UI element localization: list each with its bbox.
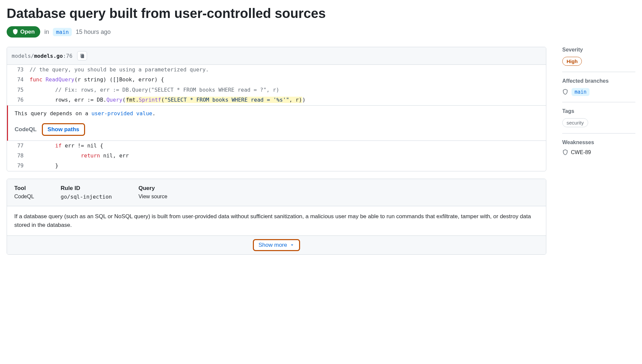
sidebar-heading: Severity — [562, 47, 635, 53]
copy-button[interactable] — [77, 51, 87, 60]
code-token: return — [81, 152, 100, 159]
meta-value: go/sql-injection — [61, 194, 112, 200]
code-token: nil, err — [100, 152, 129, 159]
line-number: 79 — [7, 161, 30, 171]
sidebar-weaknesses: Weaknesses CWE-89 — [562, 134, 635, 161]
branch-row[interactable]: main — [562, 88, 635, 96]
code-token: if — [55, 142, 61, 149]
code-token: func — [30, 76, 43, 83]
code-token: (r string) ([]Book, error) { — [74, 76, 164, 83]
sidebar-tags: Tags security — [562, 102, 635, 134]
code-token — [30, 152, 81, 159]
code-token — [30, 142, 55, 149]
line-number: 74 — [7, 75, 30, 85]
show-more-button[interactable]: Show more — [253, 239, 300, 251]
code-token: "SELECT * FROM books WHERE read = '%s'" — [164, 97, 289, 103]
alert-block: This query depends on a user-provided va… — [7, 105, 546, 141]
sidebar-heading: Affected branches — [562, 78, 635, 84]
meta-heading: Tool — [14, 185, 34, 192]
shield-icon — [562, 149, 568, 155]
line-number: 77 — [7, 141, 30, 151]
sidebar-severity: Severity High — [562, 47, 635, 72]
age-text: 15 hours ago — [76, 29, 111, 36]
code-line: 74 func ReadQuery(r string) ([]Book, err… — [7, 75, 546, 85]
file-path-name: models.go — [34, 53, 63, 59]
meta-row: Open in main 15 hours ago — [7, 26, 635, 38]
sidebar-branches: Affected branches main — [562, 72, 635, 102]
code-lines: 77 if err != nil { 78 return nil, err 79… — [7, 141, 546, 171]
code-line: 76 rows, err := DB.Query(fmt.Sprintf("SE… — [7, 95, 546, 105]
code-panel: models/models.go:76 73 // the query, you… — [7, 47, 546, 171]
codeql-label: CodeQL — [15, 126, 37, 133]
alert-link[interactable]: user-provided value — [91, 110, 152, 117]
line-number: 75 — [7, 85, 30, 95]
meta-value-link[interactable]: View source — [139, 194, 167, 200]
sidebar-heading: Tags — [562, 108, 635, 114]
in-label: in — [44, 29, 49, 36]
code-token: Query — [106, 97, 122, 103]
meta-footer: Show more — [7, 235, 546, 254]
code-panel-header: models/models.go:76 — [7, 47, 546, 65]
code-token: // Fix: rows, err := DB.Query("SELECT * … — [30, 87, 279, 93]
code-token: ( — [122, 97, 126, 103]
meta-description: If a database query (such as an SQL or N… — [7, 206, 546, 236]
code-line: 73 // the query, you should be using a p… — [7, 65, 546, 75]
chevron-down-icon — [290, 243, 294, 247]
file-path-line: :76 — [63, 53, 72, 59]
code-token: } — [30, 162, 58, 169]
shield-icon — [12, 29, 18, 35]
code-line: 79 } — [7, 161, 546, 171]
code-token: // the query, you should be using a para… — [30, 66, 209, 73]
code-line: 77 if err != nil { — [7, 141, 546, 151]
line-number: 78 — [7, 151, 30, 161]
code-token: err != nil { — [61, 142, 103, 149]
alert-text: This query depends on a — [15, 110, 91, 117]
code-token: ) — [302, 97, 306, 103]
code-lines: 73 // the query, you should be using a p… — [7, 65, 546, 105]
code-token: ( — [161, 97, 164, 103]
meta-value: CodeQL — [14, 194, 34, 200]
status-badge: Open — [7, 26, 40, 38]
show-more-label: Show more — [259, 242, 287, 248]
branch-pill[interactable]: main — [572, 88, 589, 96]
severity-pill: High — [562, 57, 582, 66]
code-token: Sprintf — [139, 97, 161, 103]
file-path-dir: models/ — [12, 53, 34, 59]
branch-pill[interactable]: main — [53, 28, 72, 36]
weakness-label: CWE-89 — [571, 149, 591, 155]
meta-heading: Query — [139, 185, 167, 192]
weakness-row[interactable]: CWE-89 — [562, 149, 635, 155]
code-token: , r) — [289, 97, 302, 103]
meta-panel: Tool CodeQL Rule ID go/sql-injection Que… — [7, 179, 546, 255]
code-token: rows, err := DB. — [30, 97, 106, 103]
meta-tool: Tool CodeQL — [14, 185, 34, 200]
shield-icon — [562, 89, 568, 95]
show-paths-button[interactable]: Show paths — [42, 123, 85, 136]
code-token: . — [136, 97, 139, 103]
status-text: Open — [20, 29, 35, 35]
code-line: 78 return nil, err — [7, 151, 546, 161]
tag-pill[interactable]: security — [562, 118, 588, 127]
alert-message: This query depends on a user-provided va… — [15, 110, 543, 117]
meta-query: Query View source — [139, 185, 167, 200]
code-token: ReadQuery — [43, 76, 74, 83]
meta-heading: Rule ID — [61, 185, 112, 192]
line-number: 73 — [7, 65, 30, 75]
meta-rule-id: Rule ID go/sql-injection — [61, 185, 112, 200]
code-token: fmt — [126, 97, 136, 103]
alert-text: . — [152, 110, 156, 117]
sidebar-heading: Weaknesses — [562, 139, 635, 145]
line-number: 76 — [7, 95, 30, 105]
page-title: Database query built from user-controlle… — [7, 6, 635, 21]
meta-grid: Tool CodeQL Rule ID go/sql-injection Que… — [7, 179, 546, 206]
code-line: 75 // Fix: rows, err := DB.Query("SELECT… — [7, 85, 546, 95]
copy-icon — [79, 53, 85, 58]
sidebar: Severity High Affected branches main Tag… — [562, 47, 635, 161]
